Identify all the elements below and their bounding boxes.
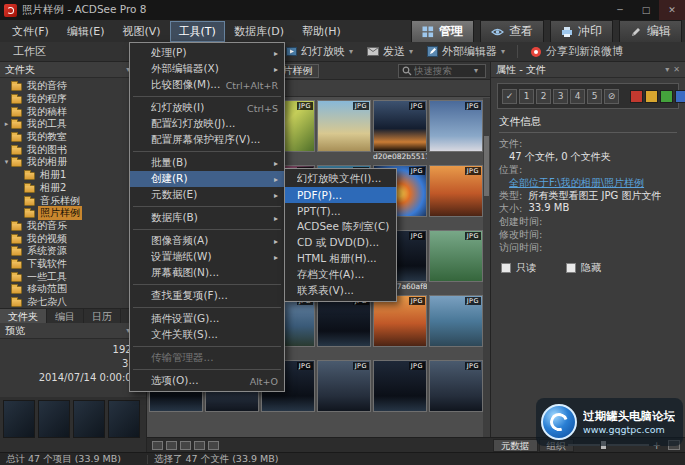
toolbar-button-1[interactable]: 幻灯放映▾ [280,42,359,61]
folder-tree-item[interactable]: 音乐样例 [0,194,146,207]
tools-menu-item-18[interactable]: 选项(O)...Alt+O [130,373,284,389]
filmstrip-thumbnail[interactable] [3,400,35,438]
tools-menu-item-1[interactable]: 处理(P)▸ [130,45,284,61]
tools-menu-item-6[interactable]: 配置屏幕保护程序(V)... [130,132,284,148]
search-input[interactable] [414,65,472,76]
create-submenu-item-5[interactable]: CD 或 DVD(D)... [285,235,396,251]
minimize-button[interactable]: ─ [607,0,633,20]
folder-tree-item[interactable]: 系统资源 [0,245,146,258]
filmstrip-thumbnail[interactable] [108,400,140,438]
thumbnail-item[interactable]: JPGd20e082b55172... [373,100,427,163]
filmstrip-thumbnail[interactable] [73,400,105,438]
rating-button-5[interactable]: 5 [587,89,602,104]
detail-view-icon[interactable] [208,441,219,450]
folder-tree-item[interactable]: 下载软件 [0,258,146,271]
thumbnail-item[interactable]: JPG [429,230,483,293]
tag-check-icon[interactable]: ✓ [502,89,517,104]
create-submenu-item-7[interactable]: 存档文件(A)... [285,267,396,283]
folder-tree-item[interactable]: 照片样例 [0,207,146,220]
filmstrip-toggle-icon[interactable] [166,441,177,450]
clear-rating-icon[interactable]: ⊘ [604,89,619,104]
folder-tree-item[interactable]: 我的音乐 [0,220,146,233]
rating-button-4[interactable]: 4 [570,89,585,104]
scrollbar[interactable] [483,98,490,437]
mode-tab-eye[interactable]: 查看 [480,20,544,43]
create-submenu-item-1[interactable]: 幻灯放映文件(I)... [285,171,396,187]
tools-menu-item-15[interactable]: 插件设置(G)... [130,311,284,327]
tools-menu-item-16[interactable]: 文件关联(S)... [130,327,284,343]
tools-menu-item-17[interactable]: 传输管理器... [130,350,284,366]
scrollbar-thumb[interactable] [484,136,489,196]
create-submenu-item-4[interactable]: ACDSee 陈列室(C)... [285,219,396,235]
color-label-button-3[interactable] [660,90,673,103]
workspace-button[interactable]: 工作区 [5,42,54,61]
color-label-button-4[interactable] [675,90,685,103]
expand-icon[interactable]: ▸ [2,120,11,128]
folder-tree-item[interactable]: 相册1 [0,169,146,182]
filmstrip-thumbnail[interactable] [38,400,70,438]
close-button[interactable]: ✕ [659,0,685,20]
properties-tab-1[interactable]: 元数据 [493,439,538,452]
menubar-item-1[interactable]: 文件(F) [3,21,58,42]
create-submenu-item-8[interactable]: 联系表(V)... [285,283,396,299]
thumbnail-item[interactable]: JPG [373,295,427,358]
menubar-item-5[interactable]: 数据库(D) [225,21,293,42]
location-link[interactable]: 全部位于F:\我的相册\照片样例 [499,176,677,189]
tools-menu-item-12[interactable]: 设置墙纸(W)▸ [130,249,284,265]
folder-tree-item[interactable]: ▾我的相册 [0,156,146,169]
folder-tree-item[interactable]: 我的稿样 [0,105,146,118]
mode-tab-grid[interactable]: 管理 [411,20,474,43]
close-panel-icon[interactable]: ✕ [673,65,680,74]
tools-menu-item-9[interactable]: 元数据(E)▸ [130,187,284,203]
tools-menu-item-7[interactable]: 批量(B)▸ [130,155,284,171]
folder-tree-item[interactable]: 我的视频 [0,232,146,245]
menubar-item-6[interactable]: 帮助(H) [293,21,350,42]
thumbnail-item[interactable]: JPG [429,295,483,358]
collapse-icon[interactable]: ▾ [2,158,11,166]
folder-tree-item[interactable]: 相册2 [0,182,146,195]
tools-menu-item-8[interactable]: 创建(R)▸ [130,171,284,187]
create-submenu-item-2[interactable]: PDF(P)... [285,187,396,203]
rating-button-1[interactable]: 1 [519,89,534,104]
left-panel-tab-3[interactable]: 日历 [84,309,121,323]
toolbar-button-2[interactable]: 发送▾ [361,42,419,61]
create-submenu-item-3[interactable]: PPT(T)... [285,203,396,219]
folder-tree-item[interactable]: ▸我的工具 [0,118,146,131]
rating-button-3[interactable]: 3 [553,89,568,104]
folder-tree-item[interactable]: 我的教室 [0,131,146,144]
left-panel-tab-2[interactable]: 编目 [47,309,84,323]
readonly-checkbox[interactable]: 只读 [501,261,536,275]
tools-menu-item-5[interactable]: 配置幻灯放映(J)... [130,116,284,132]
color-label-button-2[interactable] [645,90,658,103]
pin-icon[interactable]: ▾ [665,65,669,74]
tools-menu-item-10[interactable]: 数据库(B)▸ [130,210,284,226]
create-submenu-item-6[interactable]: HTML 相册(H)... [285,251,396,267]
folder-tree-item[interactable]: 我的程序 [0,93,146,106]
mode-tab-print[interactable]: 冲印 [550,20,613,43]
folder-tree-item[interactable]: 移动范围 [0,283,146,296]
folder-tree-item[interactable]: 我的图书 [0,143,146,156]
thumbnail-item[interactable]: JPG [317,100,371,163]
mode-tab-pencil[interactable]: 编辑 [619,20,682,43]
tools-menu-item-2[interactable]: 外部编辑器(X)▸ [130,61,284,77]
thumbnail-item[interactable]: JPG [429,360,483,423]
thumbnail-item[interactable]: JPG [373,360,427,423]
thumbnail-item[interactable]: JPG [317,360,371,423]
tools-menu-item-3[interactable]: 比较图像(M)...Ctrl+Alt+R [130,77,284,93]
list-view-icon[interactable] [180,441,191,450]
hidden-checkbox[interactable]: 隐藏 [566,261,601,275]
tools-menu-item-4[interactable]: 幻灯放映(I)Ctrl+S [130,100,284,116]
menubar-item-2[interactable]: 编辑(E) [58,21,114,42]
quick-search[interactable]: ▾ [398,64,486,78]
tools-menu-item-11[interactable]: 图像音频(A)▸ [130,233,284,249]
thumbnail-item[interactable]: JPG [429,100,483,163]
tools-menu-item-14[interactable]: 查找重复项(F)... [130,288,284,304]
search-dropdown-icon[interactable]: ▾ [474,66,478,75]
menubar-item-3[interactable]: 视图(V) [113,21,169,42]
folder-tree-item[interactable]: 杂七杂八 [0,296,146,308]
thumbnail-item[interactable]: JPG [429,165,483,228]
maximize-button[interactable]: □ [633,0,659,20]
color-label-button-1[interactable] [630,90,643,103]
toolbar-button-4[interactable]: 分享到新浪微博 [524,42,629,61]
thumbnail-item[interactable]: JPG [317,295,371,358]
